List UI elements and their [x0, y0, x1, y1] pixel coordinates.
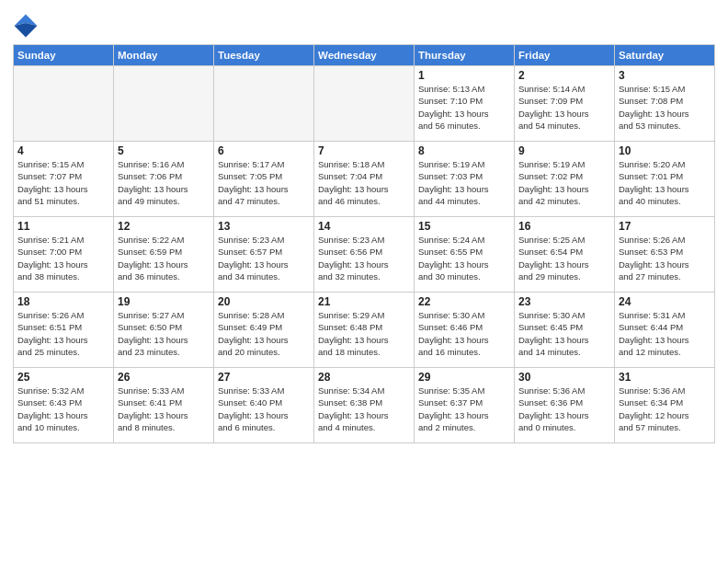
- day-info: Sunrise: 5:26 AM Sunset: 6:51 PM Dayligh…: [17, 309, 109, 358]
- day-info: Sunrise: 5:27 AM Sunset: 6:50 PM Dayligh…: [118, 309, 210, 358]
- weekday-header-wednesday: Wednesday: [314, 45, 415, 66]
- day-info: Sunrise: 5:25 AM Sunset: 6:54 PM Dayligh…: [518, 234, 610, 282]
- day-number: 30: [518, 371, 610, 384]
- calendar-cell: 4Sunrise: 5:15 AM Sunset: 7:07 PM Daylig…: [14, 142, 114, 217]
- day-number: 9: [518, 144, 610, 157]
- header-row: [13, 9, 715, 39]
- day-info: Sunrise: 5:16 AM Sunset: 7:06 PM Dayligh…: [118, 158, 210, 207]
- logo-icon: [13, 13, 39, 39]
- calendar-cell: 28Sunrise: 5:34 AM Sunset: 6:38 PM Dayli…: [314, 368, 415, 443]
- day-number: 15: [418, 220, 510, 233]
- day-info: Sunrise: 5:26 AM Sunset: 6:53 PM Dayligh…: [619, 234, 711, 282]
- day-number: 5: [118, 144, 210, 157]
- calendar-cell: 8Sunrise: 5:19 AM Sunset: 7:03 PM Daylig…: [415, 142, 515, 217]
- day-number: 7: [318, 144, 410, 157]
- logo: [13, 13, 40, 39]
- calendar-week-4: 18Sunrise: 5:26 AM Sunset: 6:51 PM Dayli…: [14, 293, 715, 368]
- calendar-week-2: 4Sunrise: 5:15 AM Sunset: 7:07 PM Daylig…: [14, 142, 715, 217]
- day-info: Sunrise: 5:20 AM Sunset: 7:01 PM Dayligh…: [619, 158, 711, 207]
- day-number: 4: [17, 144, 109, 157]
- day-info: Sunrise: 5:34 AM Sunset: 6:38 PM Dayligh…: [318, 385, 410, 433]
- calendar-cell: 16Sunrise: 5:25 AM Sunset: 6:54 PM Dayli…: [515, 217, 615, 293]
- weekday-header-saturday: Saturday: [615, 45, 715, 66]
- day-number: 12: [118, 220, 210, 233]
- day-info: Sunrise: 5:17 AM Sunset: 7:05 PM Dayligh…: [218, 158, 310, 207]
- calendar-cell: 17Sunrise: 5:26 AM Sunset: 6:53 PM Dayli…: [615, 217, 715, 293]
- calendar-cell: 18Sunrise: 5:26 AM Sunset: 6:51 PM Dayli…: [14, 293, 114, 368]
- calendar-week-5: 25Sunrise: 5:32 AM Sunset: 6:43 PM Dayli…: [14, 368, 715, 443]
- calendar-cell: 20Sunrise: 5:28 AM Sunset: 6:49 PM Dayli…: [214, 293, 314, 368]
- calendar-cell: 9Sunrise: 5:19 AM Sunset: 7:02 PM Daylig…: [515, 142, 615, 217]
- day-number: 31: [619, 371, 711, 384]
- calendar-table: SundayMondayTuesdayWednesdayThursdayFrid…: [13, 44, 715, 443]
- weekday-header-sunday: Sunday: [14, 45, 114, 66]
- day-number: 1: [418, 69, 510, 82]
- day-info: Sunrise: 5:35 AM Sunset: 6:37 PM Dayligh…: [418, 385, 510, 433]
- day-info: Sunrise: 5:30 AM Sunset: 6:45 PM Dayligh…: [518, 309, 610, 358]
- calendar-week-3: 11Sunrise: 5:21 AM Sunset: 7:00 PM Dayli…: [14, 217, 715, 293]
- calendar-cell: 29Sunrise: 5:35 AM Sunset: 6:37 PM Dayli…: [415, 368, 515, 443]
- calendar-cell: [114, 66, 214, 142]
- weekday-header-thursday: Thursday: [415, 45, 515, 66]
- day-info: Sunrise: 5:19 AM Sunset: 7:02 PM Dayligh…: [518, 158, 610, 207]
- calendar-cell: 1Sunrise: 5:13 AM Sunset: 7:10 PM Daylig…: [415, 66, 515, 142]
- calendar-cell: 11Sunrise: 5:21 AM Sunset: 7:00 PM Dayli…: [14, 217, 114, 293]
- calendar-cell: 19Sunrise: 5:27 AM Sunset: 6:50 PM Dayli…: [114, 293, 214, 368]
- day-number: 10: [619, 144, 711, 157]
- weekday-header-friday: Friday: [515, 45, 615, 66]
- calendar-cell: 13Sunrise: 5:23 AM Sunset: 6:57 PM Dayli…: [214, 217, 314, 293]
- calendar-cell: 31Sunrise: 5:36 AM Sunset: 6:34 PM Dayli…: [615, 368, 715, 443]
- day-number: 29: [418, 371, 510, 384]
- day-info: Sunrise: 5:18 AM Sunset: 7:04 PM Dayligh…: [318, 158, 410, 207]
- weekday-header-row: SundayMondayTuesdayWednesdayThursdayFrid…: [14, 45, 715, 66]
- calendar-cell: 14Sunrise: 5:23 AM Sunset: 6:56 PM Dayli…: [314, 217, 415, 293]
- day-info: Sunrise: 5:33 AM Sunset: 6:40 PM Dayligh…: [218, 385, 310, 433]
- day-number: 23: [518, 295, 610, 308]
- day-number: 28: [318, 371, 410, 384]
- calendar-cell: [14, 66, 114, 142]
- day-number: 25: [17, 371, 109, 384]
- calendar-cell: [314, 66, 415, 142]
- day-info: Sunrise: 5:28 AM Sunset: 6:49 PM Dayligh…: [218, 309, 310, 358]
- day-info: Sunrise: 5:22 AM Sunset: 6:59 PM Dayligh…: [118, 234, 210, 282]
- calendar-cell: 30Sunrise: 5:36 AM Sunset: 6:36 PM Dayli…: [515, 368, 615, 443]
- day-number: 2: [518, 69, 610, 82]
- calendar-cell: 10Sunrise: 5:20 AM Sunset: 7:01 PM Dayli…: [615, 142, 715, 217]
- day-info: Sunrise: 5:15 AM Sunset: 7:07 PM Dayligh…: [17, 158, 109, 207]
- weekday-header-monday: Monday: [114, 45, 214, 66]
- main-container: SundayMondayTuesdayWednesdayThursdayFrid…: [0, 0, 728, 451]
- calendar-cell: 12Sunrise: 5:22 AM Sunset: 6:59 PM Dayli…: [114, 217, 214, 293]
- day-number: 3: [619, 69, 711, 82]
- day-info: Sunrise: 5:31 AM Sunset: 6:44 PM Dayligh…: [619, 309, 711, 358]
- day-number: 21: [318, 295, 410, 308]
- day-number: 16: [518, 220, 610, 233]
- day-number: 24: [619, 295, 711, 308]
- day-info: Sunrise: 5:23 AM Sunset: 6:57 PM Dayligh…: [218, 234, 310, 282]
- day-number: 6: [218, 144, 310, 157]
- day-info: Sunrise: 5:24 AM Sunset: 6:55 PM Dayligh…: [418, 234, 510, 282]
- calendar-cell: [214, 66, 314, 142]
- calendar-cell: 2Sunrise: 5:14 AM Sunset: 7:09 PM Daylig…: [515, 66, 615, 142]
- calendar-week-1: 1Sunrise: 5:13 AM Sunset: 7:10 PM Daylig…: [14, 66, 715, 142]
- day-info: Sunrise: 5:32 AM Sunset: 6:43 PM Dayligh…: [17, 385, 109, 433]
- calendar-cell: 26Sunrise: 5:33 AM Sunset: 6:41 PM Dayli…: [114, 368, 214, 443]
- calendar-cell: 23Sunrise: 5:30 AM Sunset: 6:45 PM Dayli…: [515, 293, 615, 368]
- day-info: Sunrise: 5:36 AM Sunset: 6:34 PM Dayligh…: [619, 385, 711, 433]
- day-number: 11: [17, 220, 109, 233]
- calendar-cell: 21Sunrise: 5:29 AM Sunset: 6:48 PM Dayli…: [314, 293, 415, 368]
- day-number: 19: [118, 295, 210, 308]
- day-info: Sunrise: 5:21 AM Sunset: 7:00 PM Dayligh…: [17, 234, 109, 282]
- day-info: Sunrise: 5:30 AM Sunset: 6:46 PM Dayligh…: [418, 309, 510, 358]
- day-number: 17: [619, 220, 711, 233]
- day-number: 18: [17, 295, 109, 308]
- calendar-cell: 27Sunrise: 5:33 AM Sunset: 6:40 PM Dayli…: [214, 368, 314, 443]
- day-number: 27: [218, 371, 310, 384]
- day-info: Sunrise: 5:19 AM Sunset: 7:03 PM Dayligh…: [418, 158, 510, 207]
- day-info: Sunrise: 5:14 AM Sunset: 7:09 PM Dayligh…: [518, 83, 610, 132]
- day-number: 26: [118, 371, 210, 384]
- day-info: Sunrise: 5:29 AM Sunset: 6:48 PM Dayligh…: [318, 309, 410, 358]
- day-number: 22: [418, 295, 510, 308]
- calendar-cell: 7Sunrise: 5:18 AM Sunset: 7:04 PM Daylig…: [314, 142, 415, 217]
- day-number: 20: [218, 295, 310, 308]
- day-number: 14: [318, 220, 410, 233]
